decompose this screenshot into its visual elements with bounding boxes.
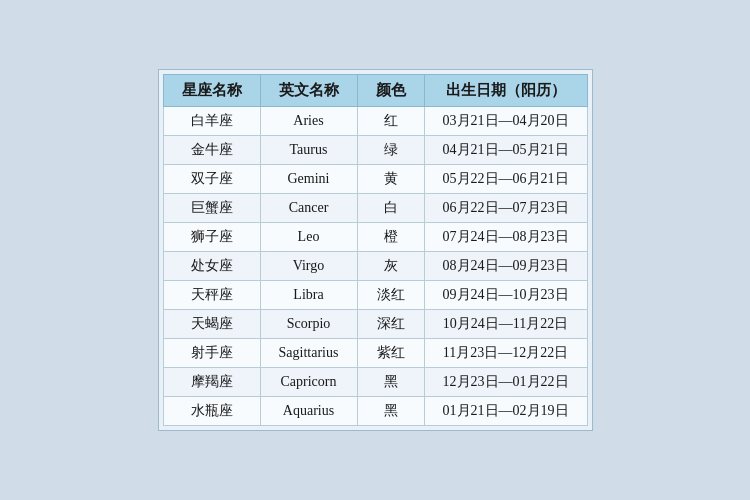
chinese-name-cell: 巨蟹座 xyxy=(163,194,260,223)
header-dates: 出生日期（阳历） xyxy=(424,75,587,107)
chinese-name-cell: 天秤座 xyxy=(163,281,260,310)
color-cell: 黄 xyxy=(357,165,424,194)
english-name-cell: Sagittarius xyxy=(260,339,357,368)
english-name-cell: Scorpio xyxy=(260,310,357,339)
table-row: 摩羯座Capricorn黑12月23日—01月22日 xyxy=(163,368,587,397)
color-cell: 绿 xyxy=(357,136,424,165)
dates-cell: 10月24日—11月22日 xyxy=(424,310,587,339)
color-cell: 紫红 xyxy=(357,339,424,368)
english-name-cell: Cancer xyxy=(260,194,357,223)
color-cell: 橙 xyxy=(357,223,424,252)
dates-cell: 06月22日—07月23日 xyxy=(424,194,587,223)
chinese-name-cell: 摩羯座 xyxy=(163,368,260,397)
chinese-name-cell: 双子座 xyxy=(163,165,260,194)
color-cell: 淡红 xyxy=(357,281,424,310)
chinese-name-cell: 狮子座 xyxy=(163,223,260,252)
english-name-cell: Gemini xyxy=(260,165,357,194)
color-cell: 深红 xyxy=(357,310,424,339)
zodiac-table-container: 星座名称 英文名称 颜色 出生日期（阳历） 白羊座Aries红03月21日—04… xyxy=(158,69,593,431)
table-row: 天蝎座Scorpio深红10月24日—11月22日 xyxy=(163,310,587,339)
chinese-name-cell: 金牛座 xyxy=(163,136,260,165)
table-row: 处女座Virgo灰08月24日—09月23日 xyxy=(163,252,587,281)
dates-cell: 08月24日—09月23日 xyxy=(424,252,587,281)
dates-cell: 11月23日—12月22日 xyxy=(424,339,587,368)
table-row: 金牛座Taurus绿04月21日—05月21日 xyxy=(163,136,587,165)
color-cell: 黑 xyxy=(357,368,424,397)
table-row: 天秤座Libra淡红09月24日—10月23日 xyxy=(163,281,587,310)
dates-cell: 04月21日—05月21日 xyxy=(424,136,587,165)
dates-cell: 12月23日—01月22日 xyxy=(424,368,587,397)
table-row: 白羊座Aries红03月21日—04月20日 xyxy=(163,107,587,136)
english-name-cell: Taurus xyxy=(260,136,357,165)
header-chinese-name: 星座名称 xyxy=(163,75,260,107)
color-cell: 白 xyxy=(357,194,424,223)
dates-cell: 07月24日—08月23日 xyxy=(424,223,587,252)
chinese-name-cell: 天蝎座 xyxy=(163,310,260,339)
chinese-name-cell: 射手座 xyxy=(163,339,260,368)
dates-cell: 09月24日—10月23日 xyxy=(424,281,587,310)
table-row: 巨蟹座Cancer白06月22日—07月23日 xyxy=(163,194,587,223)
chinese-name-cell: 处女座 xyxy=(163,252,260,281)
table-row: 双子座Gemini黄05月22日—06月21日 xyxy=(163,165,587,194)
table-row: 射手座Sagittarius紫红11月23日—12月22日 xyxy=(163,339,587,368)
dates-cell: 05月22日—06月21日 xyxy=(424,165,587,194)
color-cell: 灰 xyxy=(357,252,424,281)
header-color: 颜色 xyxy=(357,75,424,107)
english-name-cell: Aquarius xyxy=(260,397,357,426)
dates-cell: 03月21日—04月20日 xyxy=(424,107,587,136)
english-name-cell: Leo xyxy=(260,223,357,252)
table-row: 狮子座Leo橙07月24日—08月23日 xyxy=(163,223,587,252)
table-row: 水瓶座Aquarius黑01月21日—02月19日 xyxy=(163,397,587,426)
table-header-row: 星座名称 英文名称 颜色 出生日期（阳历） xyxy=(163,75,587,107)
english-name-cell: Virgo xyxy=(260,252,357,281)
table-body: 白羊座Aries红03月21日—04月20日金牛座Taurus绿04月21日—0… xyxy=(163,107,587,426)
english-name-cell: Capricorn xyxy=(260,368,357,397)
english-name-cell: Libra xyxy=(260,281,357,310)
color-cell: 黑 xyxy=(357,397,424,426)
english-name-cell: Aries xyxy=(260,107,357,136)
zodiac-table: 星座名称 英文名称 颜色 出生日期（阳历） 白羊座Aries红03月21日—04… xyxy=(163,74,588,426)
dates-cell: 01月21日—02月19日 xyxy=(424,397,587,426)
color-cell: 红 xyxy=(357,107,424,136)
chinese-name-cell: 水瓶座 xyxy=(163,397,260,426)
chinese-name-cell: 白羊座 xyxy=(163,107,260,136)
header-english-name: 英文名称 xyxy=(260,75,357,107)
